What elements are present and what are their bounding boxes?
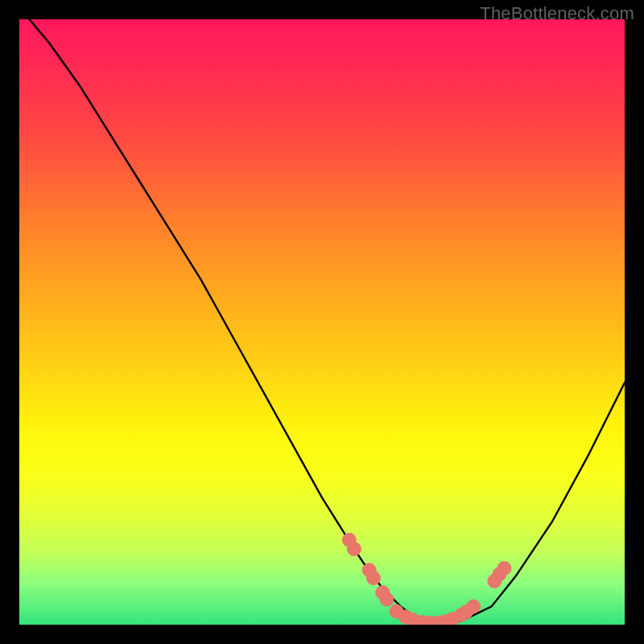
scatter-point bbox=[347, 543, 361, 556]
watermark-text: TheBottleneck.com bbox=[480, 3, 634, 24]
outer-frame: TheBottleneck.com bbox=[0, 0, 644, 644]
scatter-point bbox=[366, 572, 380, 585]
scatter-point bbox=[497, 562, 511, 576]
scatter-point bbox=[380, 592, 394, 606]
bottleneck-curve bbox=[19, 19, 625, 623]
scatter-points-group bbox=[342, 533, 511, 625]
scatter-point bbox=[467, 600, 481, 613]
plot-area bbox=[19, 19, 625, 625]
chart-svg bbox=[19, 19, 625, 625]
